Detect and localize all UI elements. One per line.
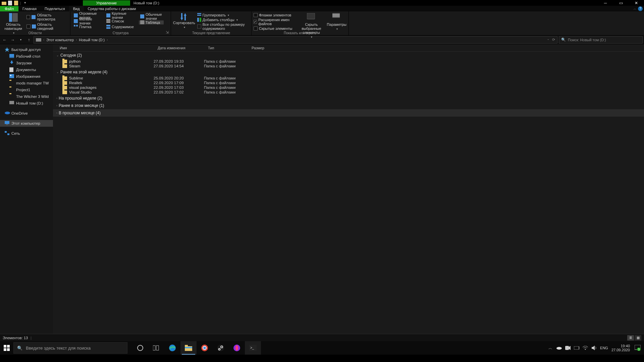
list-item[interactable]: Realtek22.09.2020 17:09Папка с файлами: [53, 80, 644, 85]
col-date[interactable]: Дата изменения: [154, 46, 204, 50]
tab-home[interactable]: Главная: [18, 6, 41, 11]
layout-content[interactable]: Содержимое: [105, 24, 137, 29]
hide-selected-button[interactable]: Скрыть выбранные элементы▾: [298, 12, 325, 39]
layout-details[interactable]: Таблица: [139, 20, 164, 24]
list-item[interactable]: Sublime25.09.2020 20:20Папка с файлами: [53, 76, 644, 80]
size-columns-button[interactable]: Все столбцы по размеру содержимого: [197, 22, 249, 31]
sort-button[interactable]: Сортировать▾: [173, 12, 195, 29]
nav-sidebar: Быстрый доступ Рабочий стол Загрузки Док…: [0, 44, 53, 334]
file-list: Имя Дата изменения Тип Размер ⌄Сегодня (…: [53, 44, 644, 334]
add-columns-button[interactable]: Добавить столбцы▾: [197, 18, 249, 22]
layout-tiles[interactable]: Плитка: [72, 24, 104, 29]
tab-view[interactable]: Вид: [69, 6, 84, 11]
group-last-month[interactable]: ›В прошлом месяце (4): [53, 109, 644, 117]
tab-file[interactable]: Файл: [0, 6, 18, 11]
preview-pane-toggle[interactable]: Область просмотра: [26, 13, 68, 21]
forward-button[interactable]: →: [9, 37, 16, 43]
hidden-items-toggle[interactable]: Скрытые элементы: [254, 26, 296, 31]
close-button[interactable]: ✕: [629, 1, 644, 5]
taskbar-cortana[interactable]: [132, 341, 148, 355]
downloads-icon: [9, 61, 14, 65]
svg-rect-34: [332, 16, 340, 16]
refresh-icon[interactable]: ⟳: [552, 38, 555, 42]
drive-icon: [9, 101, 14, 106]
tray-meetnow-icon[interactable]: [565, 345, 571, 351]
layout-list[interactable]: Список: [105, 18, 137, 24]
up-button[interactable]: ↑: [25, 37, 32, 43]
tab-drive-tools[interactable]: Средства работы с дисками: [84, 6, 140, 11]
tray-expand-icon[interactable]: ︿: [548, 345, 553, 351]
new-doc-icon[interactable]: [7, 0, 13, 6]
list-item[interactable]: visual packages22.09.2020 17:03Папка с ф…: [53, 85, 644, 90]
list-item[interactable]: python27.09.2020 19:33Папка с файлами: [53, 59, 644, 64]
status-bar: Элементов: 13 | ≣ ▦: [0, 334, 644, 341]
minimize-button[interactable]: ─: [598, 1, 613, 5]
taskbar-edge[interactable]: [164, 341, 180, 355]
sidebar-item-mods[interactable]: mods manager TW: [0, 80, 53, 86]
history-dropdown[interactable]: ▾: [17, 37, 24, 43]
tab-share[interactable]: Поделиться: [41, 6, 69, 11]
sidebar-item-new-volume[interactable]: Новый том (D:): [0, 100, 53, 107]
list-item[interactable]: Visual Studio22.09.2020 17:02Папка с фай…: [53, 90, 644, 95]
back-button[interactable]: ←: [1, 37, 8, 43]
options-button[interactable]: Параметры▾: [327, 12, 346, 31]
svg-rect-28: [197, 18, 199, 22]
col-name[interactable]: Имя: [53, 46, 154, 50]
tray-language[interactable]: ENG: [600, 346, 608, 350]
window-title: Новый том (D:): [133, 1, 159, 5]
address-dropdown-icon[interactable]: ⌄: [547, 38, 549, 42]
sidebar-item-documents[interactable]: Документы: [0, 66, 53, 73]
svg-rect-4: [12, 13, 18, 22]
file-extensions-toggle[interactable]: ✓Расширения имен файлов: [254, 18, 296, 26]
group-by-button[interactable]: Группировать▾: [197, 13, 249, 17]
tray-battery-icon[interactable]: [574, 345, 579, 351]
details-pane-toggle[interactable]: Область сведений: [26, 22, 68, 31]
taskbar-search[interactable]: 🔍 Введите здесь текст для поиска: [13, 342, 127, 354]
sidebar-item-witcher[interactable]: The Witcher 3 Wild: [0, 93, 53, 100]
item-checkboxes-toggle[interactable]: Флажки элементов: [254, 13, 296, 17]
collapse-ribbon-icon[interactable]: ︿: [633, 6, 637, 11]
tray-onedrive-icon[interactable]: [556, 345, 562, 351]
col-type[interactable]: Тип: [204, 46, 248, 50]
onedrive-icon: [5, 111, 9, 116]
taskbar-steam[interactable]: [213, 341, 229, 355]
help-icon[interactable]: ?: [638, 6, 643, 11]
paste-icon[interactable]: [13, 0, 19, 6]
tray-volume-icon[interactable]: [591, 345, 597, 351]
taskbar-explorer[interactable]: [180, 341, 197, 355]
crumb-this-pc[interactable]: Этот компьютер: [46, 38, 74, 42]
taskbar-terminal[interactable]: >_: [245, 341, 261, 355]
layout-large[interactable]: Крупные значки: [105, 12, 137, 18]
group-earlier-week[interactable]: ⌄Ранее на этой неделе (4): [53, 68, 644, 76]
sidebar-network[interactable]: Сеть: [0, 130, 53, 137]
list-item[interactable]: Steam27.09.2020 14:54Папка с файлами: [53, 64, 644, 68]
start-button[interactable]: [0, 341, 13, 355]
sidebar-item-project1[interactable]: Project1: [0, 86, 53, 93]
tray-clock[interactable]: 19:40 27.09.2020: [611, 344, 630, 352]
taskbar-opera[interactable]: [229, 341, 245, 355]
view-thumbnails-icon[interactable]: ▦: [635, 335, 641, 341]
maximize-button[interactable]: ▭: [613, 1, 629, 5]
svg-marker-36: [5, 47, 9, 52]
taskbar-taskview[interactable]: [148, 341, 164, 355]
search-box[interactable]: 🔍 Поиск: Новый том (D:): [559, 36, 643, 44]
sidebar-this-pc[interactable]: Этот компьютер: [0, 120, 53, 127]
layout-small[interactable]: Мелкие значки: [72, 18, 104, 24]
tray-wifi-icon[interactable]: [583, 345, 588, 351]
sidebar-onedrive[interactable]: OneDrive: [0, 110, 53, 117]
layout-medium[interactable]: Обычные значки: [139, 12, 164, 20]
taskbar-chrome[interactable]: [197, 341, 213, 355]
tray-notifications[interactable]: 3: [633, 344, 642, 352]
group-last-week[interactable]: ›На прошлой неделе (2): [53, 95, 644, 102]
view-details-icon[interactable]: ≣: [627, 335, 634, 341]
qat-dropdown-icon[interactable]: ▼: [24, 1, 26, 4]
group-today[interactable]: ⌄Сегодня (2): [53, 52, 644, 59]
sidebar-item-pictures[interactable]: Изображения: [0, 73, 53, 80]
col-size[interactable]: Размер: [248, 46, 278, 50]
sidebar-quick-access[interactable]: Быстрый доступ: [0, 46, 53, 53]
group-earlier-month[interactable]: ›Ранее в этом месяце (1): [53, 102, 644, 109]
sidebar-item-downloads[interactable]: Загрузки: [0, 60, 53, 66]
sidebar-item-desktop[interactable]: Рабочий стол: [0, 53, 53, 60]
crumb-drive[interactable]: Новый том (D:): [79, 38, 105, 42]
contextual-tab-manage[interactable]: Управление: [83, 0, 130, 6]
